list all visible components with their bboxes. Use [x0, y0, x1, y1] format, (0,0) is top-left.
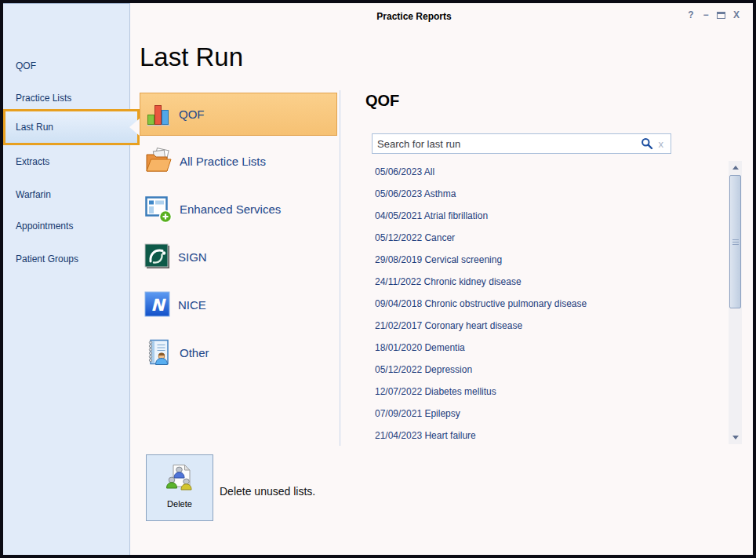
window-frame: Practice Reports ? − X QOF Practice List… — [0, 0, 756, 558]
list-item[interactable]: 12/07/2022 Diabetes mellitus — [375, 381, 720, 403]
panel-title: QOF — [365, 89, 399, 111]
sidebar: QOF Practice Lists Last Run Extracts War… — [3, 3, 130, 555]
sidebar-item-label: Appointments — [16, 221, 73, 232]
scroll-up-button[interactable] — [729, 161, 742, 174]
sidebar-item-label: Practice Lists — [16, 93, 71, 104]
delete-button-label: Delete — [147, 499, 213, 509]
sidebar-item-last-run[interactable]: Last Run — [3, 109, 140, 145]
category-nice[interactable]: N NICE — [140, 287, 337, 322]
list-item[interactable]: 05/12/2022 Depression — [375, 359, 720, 381]
list-item[interactable]: 21/02/2017 Coronary heart disease — [375, 315, 720, 337]
window-controls: ? − X — [687, 9, 740, 20]
sidebar-item-label: Last Run — [16, 122, 53, 133]
scrollbar[interactable] — [729, 161, 742, 444]
category-label: All Practice Lists — [180, 155, 266, 168]
scrollbar-grip — [732, 242, 739, 243]
sign-logo-icon — [144, 243, 171, 270]
notebook-person-icon — [144, 338, 173, 367]
scroll-down-icon — [732, 436, 739, 439]
search-box: x — [372, 133, 671, 154]
search-icon[interactable] — [638, 137, 656, 150]
sidebar-item-appointments[interactable]: Appointments — [3, 210, 130, 243]
delete-button[interactable]: Delete — [146, 454, 213, 521]
category-other[interactable]: Other — [140, 335, 337, 370]
list-item[interactable]: 18/01/2020 Dementia — [375, 337, 720, 359]
scroll-up-icon — [732, 166, 739, 170]
category-sign[interactable]: SIGN — [140, 239, 337, 274]
category-enhanced-services[interactable]: Enhanced Services — [140, 191, 337, 226]
list-item[interactable]: 07/09/2021 Epilepsy — [375, 403, 720, 425]
minimize-button[interactable]: − — [702, 9, 710, 20]
list-item[interactable]: 05/12/2022 Cancer — [375, 227, 720, 249]
practice-reports-window: Practice Reports ? − X QOF Practice List… — [3, 3, 753, 555]
page-title: Last Run — [140, 42, 243, 72]
folder-icon — [144, 148, 173, 174]
close-button[interactable]: X — [732, 9, 740, 20]
category-label: SIGN — [178, 250, 207, 264]
svg-text:N: N — [151, 296, 166, 315]
panel-divider — [340, 90, 340, 446]
list-item[interactable]: 05/06/2023 Asthma — [375, 183, 720, 205]
nice-logo-icon: N — [144, 291, 171, 318]
qof-bar-chart-icon — [145, 101, 172, 128]
scroll-down-button[interactable] — [729, 431, 742, 444]
window-plus-icon — [144, 195, 173, 223]
category-all-practice-lists[interactable]: All Practice Lists — [140, 144, 337, 178]
sidebar-item-extracts[interactable]: Extracts — [3, 146, 130, 178]
category-label: QOF — [179, 108, 205, 121]
selected-tab-notch — [129, 119, 140, 136]
list-item[interactable]: 09/04/2018 Chronic obstructive pulmonary… — [375, 293, 720, 315]
category-label: Enhanced Services — [180, 202, 281, 216]
maximize-button[interactable] — [717, 12, 725, 19]
category-label: NICE — [178, 298, 206, 312]
window-title: Practice Reports — [130, 9, 698, 24]
delete-caption: Delete unused lists. — [220, 480, 315, 502]
sidebar-item-label: Extracts — [16, 156, 49, 167]
category-label: Other — [180, 346, 209, 359]
list-item[interactable]: 24/11/2022 Chronic kidney disease — [375, 271, 720, 293]
last-run-list: 05/06/2023 All 05/06/2023 Asthma 04/05/2… — [375, 161, 720, 447]
clear-search-icon[interactable]: x — [656, 138, 671, 150]
search-input[interactable] — [373, 135, 638, 152]
delete-lists-icon — [164, 462, 195, 494]
sidebar-item-patient-groups[interactable]: Patient Groups — [3, 243, 130, 275]
sidebar-item-qof[interactable]: QOF — [3, 50, 130, 82]
list-item[interactable]: 21/04/2023 Heart failure — [375, 425, 720, 447]
sidebar-item-label: Warfarin — [16, 189, 51, 200]
sidebar-item-warfarin[interactable]: Warfarin — [3, 179, 130, 211]
list-item[interactable]: 05/06/2023 All — [375, 161, 720, 183]
sidebar-item-label: Patient Groups — [16, 253, 78, 264]
help-button[interactable]: ? — [687, 9, 695, 20]
list-item[interactable]: 04/05/2021 Atrial fibrillation — [375, 205, 720, 227]
category-qof[interactable]: QOF — [140, 93, 337, 136]
sidebar-item-label: QOF — [16, 60, 36, 71]
list-item[interactable]: 29/08/2019 Cervical screening — [375, 249, 720, 271]
scrollbar-thumb[interactable] — [729, 175, 741, 308]
